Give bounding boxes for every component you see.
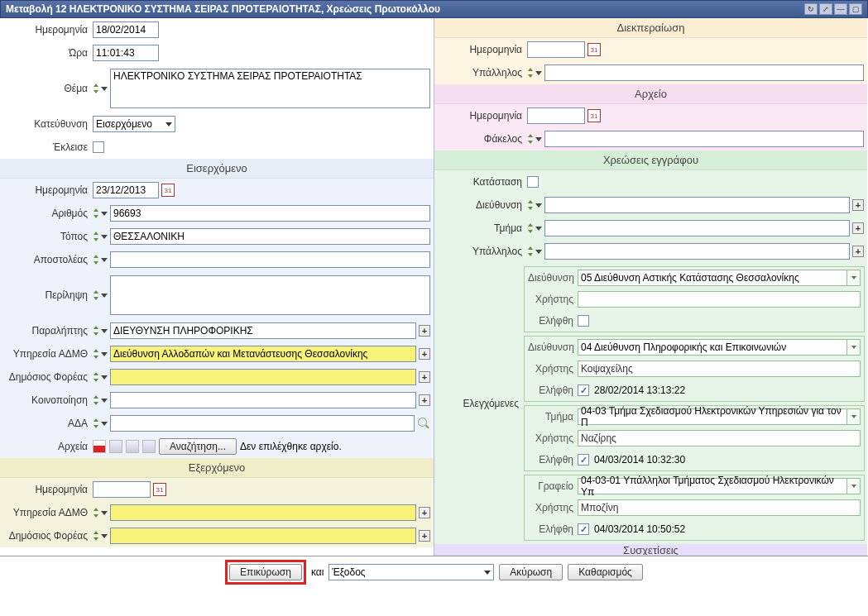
notify-input[interactable] (110, 392, 416, 408)
sort-icon[interactable] (93, 508, 99, 518)
sort-icon[interactable] (527, 223, 534, 233)
chevron-down-icon[interactable] (100, 84, 108, 93)
add-icon[interactable] (419, 348, 430, 360)
chevron-down-icon[interactable] (535, 134, 543, 144)
clear-button[interactable]: Καθαρισμός (568, 564, 643, 580)
arch-date-input[interactable] (527, 107, 585, 124)
sort-icon[interactable] (93, 326, 99, 336)
sort-icon[interactable] (93, 418, 99, 428)
disp-emp-input[interactable] (544, 64, 864, 81)
closed-checkbox[interactable] (93, 141, 104, 153)
panel-received-checkbox[interactable] (578, 315, 589, 327)
ada-input[interactable] (110, 415, 415, 432)
sort-icon[interactable] (93, 395, 99, 405)
sort-icon[interactable] (93, 208, 99, 218)
chevron-down-icon[interactable] (100, 508, 108, 518)
chevron-down-icon[interactable] (535, 246, 543, 256)
add-icon[interactable] (852, 222, 864, 234)
time-input[interactable] (93, 45, 159, 61)
pdf-icon[interactable] (93, 440, 106, 453)
chevron-down-icon[interactable] (100, 255, 108, 265)
sort-icon[interactable] (93, 349, 99, 359)
cancel-button[interactable]: Ακύρωση (499, 564, 563, 580)
chevron-down-icon[interactable] (535, 68, 543, 78)
doc1-icon[interactable] (109, 440, 122, 453)
refresh-icon[interactable]: ↻ (804, 3, 818, 15)
disp-date-input[interactable] (527, 41, 585, 58)
chevron-down-icon[interactable] (100, 208, 108, 218)
panel-f1-select[interactable]: 05 Διεύθυνση Αστικής Κατάστασης Θεσσαλον… (578, 270, 847, 286)
chevron-down-icon[interactable] (535, 223, 543, 233)
calendar-icon[interactable] (587, 43, 601, 56)
sort-icon[interactable] (527, 68, 534, 78)
emp-input[interactable] (544, 243, 850, 260)
chevron-down-icon[interactable] (100, 372, 108, 382)
direction-select[interactable]: Εισερχόμενο (93, 116, 175, 132)
chevron-down-icon[interactable] (847, 339, 861, 356)
panel-f1-select[interactable]: 04-03 Τμήμα Σχεδιασμού Ηλεκτρονικών Υπηρ… (578, 408, 847, 425)
sort-icon[interactable] (527, 134, 534, 144)
sort-icon[interactable] (527, 200, 534, 210)
browse-button[interactable]: Αναζήτηση... (159, 438, 237, 455)
sort-icon[interactable] (93, 290, 99, 300)
chevron-down-icon[interactable] (100, 349, 108, 359)
sort-icon[interactable] (93, 531, 99, 541)
chevron-down-icon[interactable] (847, 408, 861, 425)
search-icon[interactable] (417, 417, 430, 430)
chevron-down-icon[interactable] (100, 395, 108, 405)
add-icon[interactable] (419, 530, 430, 542)
chevron-down-icon[interactable] (847, 478, 861, 494)
sort-icon[interactable] (527, 246, 534, 256)
calendar-icon[interactable] (587, 109, 601, 122)
chevron-down-icon[interactable] (100, 531, 108, 541)
dir-input[interactable] (544, 197, 850, 213)
place-input[interactable] (110, 228, 430, 245)
state-checkbox[interactable] (527, 176, 539, 188)
chevron-down-icon[interactable] (535, 200, 543, 210)
confirm-button[interactable]: Επικύρωση (229, 564, 302, 580)
chevron-down-icon[interactable] (100, 326, 108, 336)
panel-f1-select[interactable]: 04-03-01 Υπάλληλοι Τμήματος Σχεδιασμού Η… (578, 478, 847, 494)
add-icon[interactable] (419, 371, 430, 383)
add-icon[interactable] (852, 199, 864, 211)
out-public-input[interactable] (110, 528, 416, 544)
inc-date-input[interactable] (93, 182, 159, 198)
doc3-icon[interactable] (142, 440, 156, 453)
calendar-icon[interactable] (153, 483, 166, 496)
arch-folder-input[interactable] (544, 131, 864, 147)
sort-icon[interactable] (93, 232, 99, 241)
calendar-icon[interactable] (161, 184, 175, 197)
sort-icon[interactable] (93, 255, 99, 265)
chevron-down-icon[interactable] (100, 232, 108, 241)
sort-icon[interactable] (93, 372, 99, 382)
exit-select[interactable]: Έξοδος (328, 564, 494, 580)
subject-input[interactable]: ΗΛΕΚΤΡΟΝΙΚΟ ΣΥΣΤΗΜΑ ΣΕΙΡΑΣ ΠΡΟΤΕΡΑΙΟΤΗΤΑ… (110, 69, 430, 108)
num-input[interactable] (110, 205, 430, 222)
public-input[interactable] (110, 369, 416, 385)
chevron-down-icon[interactable] (100, 290, 108, 300)
sort-icon[interactable] (93, 84, 99, 93)
add-icon[interactable] (419, 507, 430, 518)
panel-received-checkbox[interactable] (578, 523, 589, 535)
minimize-icon[interactable]: — (834, 3, 847, 15)
checked-panel: Τμήμα04-03 Τμήμα Σχεδιασμού Ηλεκτρονικών… (524, 405, 865, 471)
close-icon[interactable]: ▢ (849, 3, 862, 15)
recipient-input[interactable] (110, 322, 416, 339)
admth-input[interactable] (110, 346, 416, 362)
panel-f1-select[interactable]: 04 Διεύθυνση Πληροφορικής και Επικοινωνι… (578, 339, 847, 356)
doc2-icon[interactable] (126, 440, 139, 453)
chevron-down-icon[interactable] (100, 418, 108, 428)
sender-input[interactable] (110, 251, 430, 268)
date-input[interactable] (93, 21, 159, 38)
panel-received-checkbox[interactable] (578, 454, 589, 466)
out-admth-input[interactable] (110, 504, 416, 521)
dept-input[interactable] (544, 220, 850, 236)
add-icon[interactable] (852, 246, 864, 257)
pin-icon[interactable]: ⤢ (819, 3, 832, 15)
summary-input[interactable] (110, 275, 430, 315)
out-date-input[interactable] (93, 481, 151, 498)
chevron-down-icon[interactable] (847, 270, 861, 286)
add-icon[interactable] (419, 394, 430, 406)
add-icon[interactable] (419, 325, 430, 337)
panel-received-checkbox[interactable] (578, 384, 589, 396)
